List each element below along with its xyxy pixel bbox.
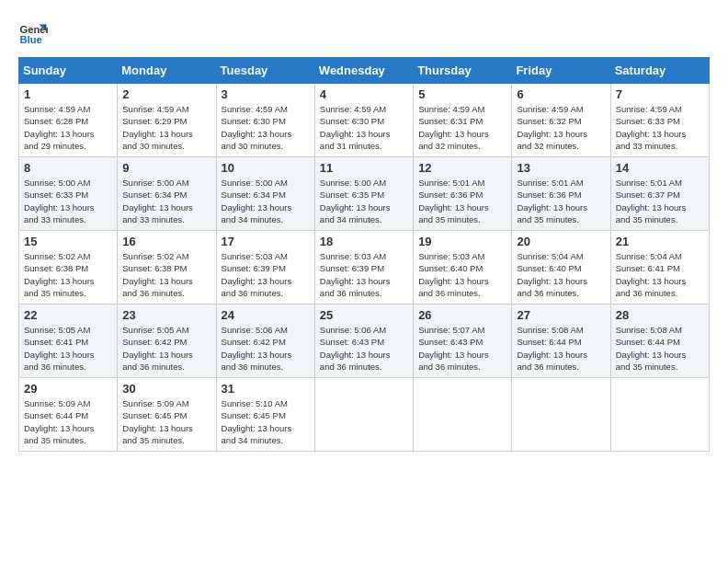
page-header: General Blue <box>18 18 710 48</box>
day-number: 3 <box>222 87 310 101</box>
day-number: 14 <box>616 161 704 175</box>
calendar-day-cell: 7 Sunrise: 4:59 AM Sunset: 6:33 PM Dayli… <box>610 84 709 157</box>
day-header-tuesday: Tuesday <box>216 58 314 84</box>
day-number: 24 <box>222 308 310 322</box>
day-number: 23 <box>122 308 210 322</box>
calendar-day-cell: 19 Sunrise: 5:03 AM Sunset: 6:40 PM Dayl… <box>414 231 512 304</box>
day-info: Sunrise: 5:02 AM Sunset: 6:38 PM Dayligh… <box>122 250 210 299</box>
calendar-week-row: 22 Sunrise: 5:05 AM Sunset: 6:41 PM Dayl… <box>19 304 710 378</box>
day-number: 11 <box>320 161 408 175</box>
day-number: 27 <box>517 308 605 322</box>
day-number: 8 <box>24 161 112 175</box>
calendar-day-cell: 9 Sunrise: 5:00 AM Sunset: 6:34 PM Dayli… <box>118 157 216 231</box>
day-info: Sunrise: 5:00 AM Sunset: 6:34 PM Dayligh… <box>222 177 310 225</box>
calendar-day-cell: 26 Sunrise: 5:07 AM Sunset: 6:43 PM Dayl… <box>414 304 512 378</box>
day-number: 12 <box>418 161 506 175</box>
day-number: 2 <box>122 87 210 101</box>
calendar-day-cell: 29 Sunrise: 5:09 AM Sunset: 6:44 PM Dayl… <box>19 378 118 452</box>
calendar-week-row: 15 Sunrise: 5:02 AM Sunset: 6:38 PM Dayl… <box>19 231 710 304</box>
day-number: 20 <box>517 235 605 248</box>
calendar-day-cell: 8 Sunrise: 5:00 AM Sunset: 6:33 PM Dayli… <box>19 157 118 231</box>
day-info: Sunrise: 4:59 AM Sunset: 6:29 PM Dayligh… <box>122 103 210 152</box>
calendar-header-row: SundayMondayTuesdayWednesdayThursdayFrid… <box>19 58 710 84</box>
calendar-day-cell: 24 Sunrise: 5:06 AM Sunset: 6:42 PM Dayl… <box>216 304 314 378</box>
day-number: 10 <box>222 161 310 175</box>
day-number: 16 <box>122 235 210 248</box>
day-info: Sunrise: 5:09 AM Sunset: 6:45 PM Dayligh… <box>122 397 210 446</box>
day-number: 19 <box>418 235 506 248</box>
calendar-day-cell: 18 Sunrise: 5:03 AM Sunset: 6:39 PM Dayl… <box>314 231 413 304</box>
day-info: Sunrise: 5:06 AM Sunset: 6:42 PM Dayligh… <box>222 324 310 373</box>
calendar-day-cell: 15 Sunrise: 5:02 AM Sunset: 6:38 PM Dayl… <box>19 231 118 304</box>
calendar-day-cell: 25 Sunrise: 5:06 AM Sunset: 6:43 PM Dayl… <box>314 304 413 378</box>
day-header-wednesday: Wednesday <box>314 58 413 84</box>
day-number: 28 <box>616 308 704 322</box>
day-number: 7 <box>616 87 704 101</box>
day-info: Sunrise: 5:00 AM Sunset: 6:33 PM Dayligh… <box>24 177 112 225</box>
calendar-day-cell: 31 Sunrise: 5:10 AM Sunset: 6:45 PM Dayl… <box>216 378 314 452</box>
day-info: Sunrise: 5:08 AM Sunset: 6:44 PM Dayligh… <box>616 324 704 373</box>
day-info: Sunrise: 5:08 AM Sunset: 6:44 PM Dayligh… <box>517 324 605 373</box>
calendar-day-cell: 16 Sunrise: 5:02 AM Sunset: 6:38 PM Dayl… <box>118 231 216 304</box>
day-header-sunday: Sunday <box>19 58 118 84</box>
day-header-thursday: Thursday <box>414 58 512 84</box>
calendar-day-cell: 11 Sunrise: 5:00 AM Sunset: 6:35 PM Dayl… <box>314 157 413 231</box>
svg-text:Blue: Blue <box>20 34 42 45</box>
day-info: Sunrise: 5:01 AM Sunset: 6:36 PM Dayligh… <box>418 177 506 225</box>
day-number: 5 <box>418 87 506 101</box>
day-info: Sunrise: 4:59 AM Sunset: 6:28 PM Dayligh… <box>24 103 112 152</box>
logo: General Blue <box>18 18 48 48</box>
day-info: Sunrise: 5:04 AM Sunset: 6:41 PM Dayligh… <box>616 250 704 299</box>
day-info: Sunrise: 5:03 AM Sunset: 6:39 PM Dayligh… <box>222 250 310 299</box>
day-info: Sunrise: 5:01 AM Sunset: 6:37 PM Dayligh… <box>616 177 704 225</box>
day-number: 31 <box>222 382 310 396</box>
day-number: 22 <box>24 308 112 322</box>
day-number: 4 <box>320 87 408 101</box>
day-info: Sunrise: 4:59 AM Sunset: 6:33 PM Dayligh… <box>616 103 704 152</box>
calendar-day-cell: 3 Sunrise: 4:59 AM Sunset: 6:30 PM Dayli… <box>216 84 314 157</box>
day-number: 9 <box>122 161 210 175</box>
calendar-day-cell: 21 Sunrise: 5:04 AM Sunset: 6:41 PM Dayl… <box>610 231 709 304</box>
day-number: 29 <box>24 382 112 396</box>
calendar-day-cell: 27 Sunrise: 5:08 AM Sunset: 6:44 PM Dayl… <box>512 304 610 378</box>
day-info: Sunrise: 5:03 AM Sunset: 6:40 PM Dayligh… <box>418 250 506 299</box>
day-info: Sunrise: 5:05 AM Sunset: 6:42 PM Dayligh… <box>122 324 210 373</box>
calendar-day-cell: 22 Sunrise: 5:05 AM Sunset: 6:41 PM Dayl… <box>19 304 118 378</box>
calendar-day-cell: 30 Sunrise: 5:09 AM Sunset: 6:45 PM Dayl… <box>118 378 216 452</box>
calendar-week-row: 1 Sunrise: 4:59 AM Sunset: 6:28 PM Dayli… <box>19 84 710 157</box>
day-number: 25 <box>320 308 408 322</box>
calendar-day-cell: 20 Sunrise: 5:04 AM Sunset: 6:40 PM Dayl… <box>512 231 610 304</box>
day-info: Sunrise: 5:02 AM Sunset: 6:38 PM Dayligh… <box>24 250 112 299</box>
day-info: Sunrise: 4:59 AM Sunset: 6:30 PM Dayligh… <box>222 103 310 152</box>
calendar-week-row: 8 Sunrise: 5:00 AM Sunset: 6:33 PM Dayli… <box>19 157 710 231</box>
day-info: Sunrise: 5:10 AM Sunset: 6:45 PM Dayligh… <box>222 397 310 446</box>
empty-cell <box>314 378 413 452</box>
day-info: Sunrise: 5:07 AM Sunset: 6:43 PM Dayligh… <box>418 324 506 373</box>
calendar-day-cell: 2 Sunrise: 4:59 AM Sunset: 6:29 PM Dayli… <box>118 84 216 157</box>
day-info: Sunrise: 5:03 AM Sunset: 6:39 PM Dayligh… <box>320 250 408 299</box>
calendar-day-cell: 12 Sunrise: 5:01 AM Sunset: 6:36 PM Dayl… <box>414 157 512 231</box>
day-header-friday: Friday <box>512 58 610 84</box>
day-info: Sunrise: 5:09 AM Sunset: 6:44 PM Dayligh… <box>24 397 112 446</box>
day-info: Sunrise: 5:06 AM Sunset: 6:43 PM Dayligh… <box>320 324 408 373</box>
day-number: 13 <box>517 161 605 175</box>
day-info: Sunrise: 5:04 AM Sunset: 6:40 PM Dayligh… <box>517 250 605 299</box>
calendar-day-cell: 5 Sunrise: 4:59 AM Sunset: 6:31 PM Dayli… <box>414 84 512 157</box>
empty-cell <box>414 378 512 452</box>
day-number: 21 <box>616 235 704 248</box>
calendar-week-row: 29 Sunrise: 5:09 AM Sunset: 6:44 PM Dayl… <box>19 378 710 452</box>
day-number: 15 <box>24 235 112 248</box>
day-info: Sunrise: 5:00 AM Sunset: 6:34 PM Dayligh… <box>122 177 210 225</box>
day-info: Sunrise: 5:01 AM Sunset: 6:36 PM Dayligh… <box>517 177 605 225</box>
day-number: 17 <box>222 235 310 248</box>
day-info: Sunrise: 4:59 AM Sunset: 6:31 PM Dayligh… <box>418 103 506 152</box>
calendar-day-cell: 6 Sunrise: 4:59 AM Sunset: 6:32 PM Dayli… <box>512 84 610 157</box>
day-number: 18 <box>320 235 408 248</box>
day-number: 26 <box>418 308 506 322</box>
day-header-monday: Monday <box>118 58 216 84</box>
calendar-day-cell: 17 Sunrise: 5:03 AM Sunset: 6:39 PM Dayl… <box>216 231 314 304</box>
day-info: Sunrise: 4:59 AM Sunset: 6:32 PM Dayligh… <box>517 103 605 152</box>
calendar-day-cell: 10 Sunrise: 5:00 AM Sunset: 6:34 PM Dayl… <box>216 157 314 231</box>
day-number: 30 <box>122 382 210 396</box>
calendar-day-cell: 4 Sunrise: 4:59 AM Sunset: 6:30 PM Dayli… <box>314 84 413 157</box>
